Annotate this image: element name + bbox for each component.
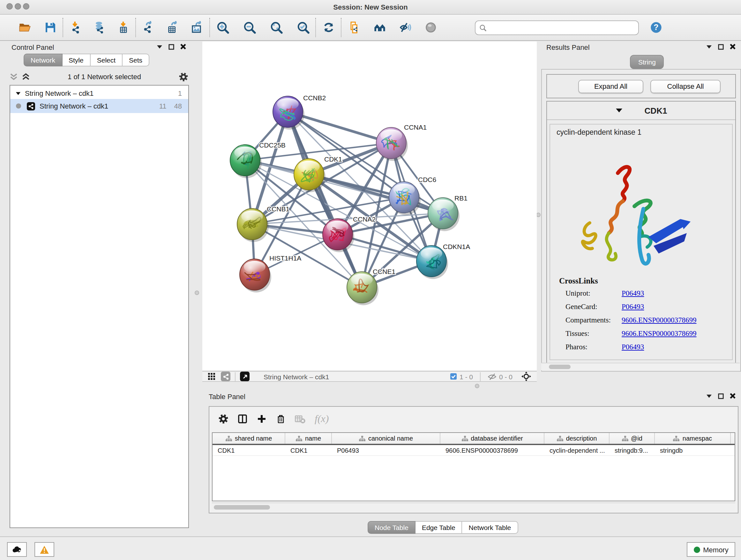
protein-section: CDK1 cyclin-dependent kinase 1 bbox=[546, 101, 736, 367]
tab-style[interactable]: Style bbox=[62, 54, 91, 66]
zoom-fit-icon bbox=[272, 23, 282, 33]
zoom-selected-button[interactable] bbox=[295, 19, 312, 36]
column-header-name[interactable]: name bbox=[285, 433, 332, 444]
export-table-button[interactable] bbox=[165, 19, 181, 36]
table-cell[interactable]: cyclin-dependent ... bbox=[544, 445, 610, 455]
column-header-canonical-name[interactable]: canonical name bbox=[332, 433, 441, 444]
float-panel-icon[interactable] bbox=[169, 44, 174, 50]
node-CCNA1[interactable]: CCNA1 bbox=[376, 124, 427, 161]
apply-layout-button[interactable] bbox=[320, 19, 337, 36]
import-table-button[interactable] bbox=[115, 19, 131, 36]
section-expander-icon[interactable] bbox=[615, 107, 623, 114]
results-hscroll-thumb[interactable] bbox=[549, 365, 570, 369]
table-cell[interactable]: CDK1 bbox=[285, 445, 332, 455]
column-header-namespac[interactable]: namespac bbox=[655, 433, 731, 444]
search-box[interactable] bbox=[475, 20, 639, 35]
table-row[interactable]: CDK1CDK1P064939606.ENSP00000378699cyclin… bbox=[212, 445, 735, 456]
horizontal-splitter-handle[interactable] bbox=[475, 384, 479, 388]
panel-menu-icon[interactable] bbox=[156, 44, 163, 50]
gear-icon[interactable] bbox=[179, 72, 188, 81]
tab-edge-table[interactable]: Edge Table bbox=[415, 521, 462, 534]
warning-status-button[interactable] bbox=[35, 542, 54, 557]
table-cell[interactable]: P06493 bbox=[332, 445, 441, 455]
crosslink-row: GeneCard:P06493 bbox=[565, 303, 731, 310]
node-HIST1H1A[interactable]: HIST1H1A bbox=[240, 254, 301, 293]
table-hscroll-thumb[interactable] bbox=[214, 505, 270, 509]
left-splitter-handle[interactable] bbox=[195, 291, 199, 295]
crosslink-link[interactable]: 9606.ENSP00000378699 bbox=[622, 316, 697, 324]
tab-sets[interactable]: Sets bbox=[123, 54, 149, 66]
network-collection-row[interactable]: String Network – cdk1 1 bbox=[10, 85, 188, 99]
export-network-button[interactable] bbox=[140, 19, 157, 36]
tab-select[interactable]: Select bbox=[91, 54, 123, 66]
tab-string[interactable]: String bbox=[630, 55, 664, 69]
import-network-file-button[interactable] bbox=[68, 19, 84, 36]
crosslink-link[interactable]: P06493 bbox=[622, 343, 644, 351]
results-hscrollbar[interactable] bbox=[541, 363, 740, 370]
open-session-button[interactable] bbox=[17, 19, 33, 36]
tree-expander-icon[interactable] bbox=[15, 90, 21, 96]
cloud-status-button[interactable] bbox=[7, 542, 27, 557]
collapse-all-icon[interactable] bbox=[10, 72, 18, 81]
crosslink-link[interactable]: 9606.ENSP00000378699 bbox=[622, 329, 697, 337]
minimize-window-button[interactable] bbox=[15, 3, 21, 10]
network-graph[interactable]: CCNB2CCNA1CDC25BCDK1CDC6RB1CCNB1CCNA2CDK… bbox=[202, 42, 537, 370]
table-cell[interactable]: stringdb:9... bbox=[610, 445, 655, 455]
column-header--id[interactable]: @id bbox=[610, 433, 655, 444]
zoom-fit-button[interactable] bbox=[268, 19, 285, 36]
network-canvas[interactable]: CCNB2CCNA1CDC25BCDK1CDC6RB1CCNB1CCNA2CDK… bbox=[202, 42, 537, 370]
zoom-out-button[interactable] bbox=[241, 19, 258, 36]
network-view-share-icon[interactable] bbox=[221, 372, 230, 381]
search-input[interactable] bbox=[486, 22, 634, 33]
crosslink-link[interactable]: P06493 bbox=[622, 303, 644, 310]
tab-network[interactable]: Network bbox=[23, 54, 62, 66]
node-CDKN1A[interactable]: CDKN1A bbox=[416, 243, 470, 279]
expand-all-icon[interactable] bbox=[22, 72, 30, 81]
tab-network-table[interactable]: Network Table bbox=[462, 521, 518, 534]
close-panel-icon[interactable] bbox=[730, 393, 736, 399]
table-gear-icon[interactable] bbox=[218, 414, 228, 424]
node-CCNB2[interactable]: CCNB2 bbox=[273, 94, 326, 130]
expand-all-button[interactable]: Expand All bbox=[578, 80, 643, 93]
float-panel-icon[interactable] bbox=[718, 44, 724, 50]
export-image-button[interactable] bbox=[189, 19, 205, 36]
selected-checkbox-icon[interactable] bbox=[450, 373, 457, 380]
save-session-button[interactable] bbox=[42, 19, 59, 36]
zoom-in-button[interactable] bbox=[214, 19, 231, 36]
close-window-button[interactable] bbox=[6, 3, 13, 10]
detach-view-icon[interactable] bbox=[240, 372, 250, 381]
table-cell[interactable]: 9606.ENSP00000378699 bbox=[441, 445, 544, 455]
tab-node-table[interactable]: Node Table bbox=[367, 521, 415, 534]
string-home-button[interactable] bbox=[372, 19, 388, 36]
add-column-icon[interactable] bbox=[257, 414, 267, 424]
hidden-eye-icon[interactable] bbox=[488, 373, 496, 380]
protein-section-header[interactable]: CDK1 bbox=[547, 102, 735, 120]
hide-unhide-button[interactable] bbox=[397, 19, 414, 36]
float-panel-icon[interactable] bbox=[718, 393, 724, 399]
column-header-database-identifier[interactable]: database identifier bbox=[441, 433, 544, 444]
network-row-selected[interactable]: String Network – cdk1 11 48 bbox=[10, 99, 188, 113]
collapse-all-button[interactable]: Collapse All bbox=[650, 80, 721, 93]
grid-view-icon[interactable] bbox=[207, 372, 216, 381]
crosslink-link[interactable]: P06493 bbox=[622, 289, 644, 297]
node-CCNA2[interactable]: CCNA2 bbox=[323, 215, 376, 252]
trash-icon[interactable] bbox=[276, 414, 286, 424]
table-cell[interactable]: stringdb bbox=[655, 445, 731, 455]
import-network-database-button[interactable] bbox=[91, 19, 107, 36]
panel-menu-icon[interactable] bbox=[706, 393, 712, 399]
node-CDK1[interactable]: CDK1 bbox=[294, 155, 342, 192]
memory-button[interactable]: Memory bbox=[687, 542, 735, 557]
table-hscrollbar[interactable] bbox=[212, 503, 735, 511]
panel-menu-icon[interactable] bbox=[706, 44, 712, 50]
table-cell[interactable]: CDK1 bbox=[212, 445, 285, 455]
close-panel-icon[interactable] bbox=[730, 44, 736, 50]
column-header-description[interactable]: description bbox=[544, 433, 610, 444]
clone-network-button[interactable] bbox=[346, 19, 362, 36]
close-panel-icon[interactable] bbox=[180, 44, 186, 50]
zoom-window-button[interactable] bbox=[23, 3, 29, 10]
birdseye-crosshair-icon[interactable] bbox=[522, 372, 531, 381]
columns-icon[interactable] bbox=[238, 414, 248, 424]
column-header-shared-name[interactable]: shared name bbox=[212, 433, 285, 444]
search-icon bbox=[479, 24, 486, 31]
help-button[interactable]: ? bbox=[648, 19, 664, 36]
